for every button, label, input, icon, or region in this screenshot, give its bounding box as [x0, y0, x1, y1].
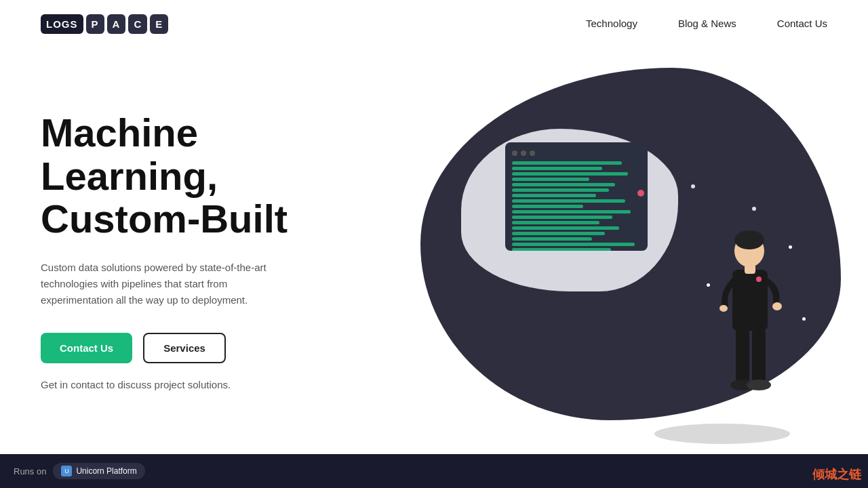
unicorn-platform-badge[interactable]: U Unicorn Platform — [53, 463, 144, 479]
hero-headline: Machine Learning, Custom-Built — [41, 111, 366, 241]
code-lines — [512, 161, 641, 251]
hero-buttons: Contact Us Services — [41, 333, 366, 363]
code-screen — [505, 142, 648, 251]
svg-rect-6 — [736, 329, 749, 383]
code-line — [512, 205, 583, 208]
code-line — [512, 237, 592, 241]
dot-green — [530, 150, 535, 156]
code-line — [512, 188, 609, 192]
code-line — [512, 183, 615, 186]
unicorn-icon: U — [61, 466, 72, 476]
svg-point-9 — [747, 380, 771, 390]
logo-block-p: P — [86, 14, 104, 34]
dot-decoration-1 — [637, 190, 644, 197]
footer-bar: Runs on U Unicorn Platform 倾城之链 — [0, 454, 868, 488]
code-line — [512, 232, 605, 235]
code-line — [512, 167, 602, 170]
dot-decoration-4 — [789, 245, 792, 249]
dot-yellow — [521, 150, 526, 156]
logo-block-c: C — [128, 14, 147, 34]
hero-caption: Get in contact to discuss project soluti… — [41, 377, 298, 393]
watermark: 倾城之链 — [812, 466, 861, 483]
logo-block-e: E — [150, 14, 168, 34]
code-line — [512, 226, 619, 230]
person-illustration — [698, 230, 787, 420]
navbar: LOGS P A C E Technology Blog & News Cont… — [0, 0, 868, 47]
nav-links: Technology Blog & News Contact Us — [586, 18, 827, 30]
services-button[interactable]: Services — [143, 333, 226, 363]
svg-point-1 — [734, 230, 764, 249]
code-screen-bar — [512, 150, 641, 156]
logo-block-logs: LOGS — [41, 14, 83, 34]
code-line — [512, 210, 631, 214]
logo[interactable]: LOGS P A C E — [41, 14, 168, 34]
svg-point-4 — [719, 305, 728, 312]
hero-text: Machine Learning, Custom-Built Custom da… — [41, 111, 366, 418]
code-line — [512, 194, 596, 197]
logo-block-a: A — [107, 14, 126, 34]
code-line — [512, 221, 599, 224]
code-line — [512, 248, 611, 251]
runs-on-label: Runs on — [14, 466, 46, 476]
nav-link-contact[interactable]: Contact Us — [777, 18, 827, 29]
svg-rect-7 — [752, 329, 766, 383]
nav-item-contact[interactable]: Contact Us — [777, 18, 827, 30]
dot-decoration-2 — [691, 184, 695, 188]
hero-section: Machine Learning, Custom-Built Custom da… — [0, 47, 868, 454]
nav-item-technology[interactable]: Technology — [586, 18, 637, 30]
code-line — [512, 199, 625, 203]
dot-decoration-7 — [802, 317, 806, 321]
person-shadow — [654, 424, 790, 444]
nav-item-blog[interactable]: Blog & News — [678, 18, 736, 30]
contact-us-button[interactable]: Contact Us — [41, 333, 132, 363]
code-line — [512, 216, 612, 219]
code-line — [512, 178, 589, 181]
svg-rect-2 — [732, 270, 768, 331]
code-line — [512, 172, 628, 176]
hero-illustration — [366, 75, 827, 454]
hero-description: Custom data solutions powered by state-o… — [41, 260, 298, 308]
nav-link-technology[interactable]: Technology — [586, 18, 637, 29]
dot-decoration-5 — [707, 283, 710, 287]
svg-point-3 — [772, 302, 782, 310]
code-line — [512, 161, 622, 165]
nav-link-blog[interactable]: Blog & News — [678, 18, 736, 29]
dot-decoration-3 — [752, 207, 756, 211]
code-line — [512, 243, 635, 246]
dot-red — [512, 150, 517, 156]
dot-decoration-6 — [756, 277, 762, 282]
svg-rect-5 — [745, 264, 755, 274]
platform-name: Unicorn Platform — [76, 466, 136, 476]
